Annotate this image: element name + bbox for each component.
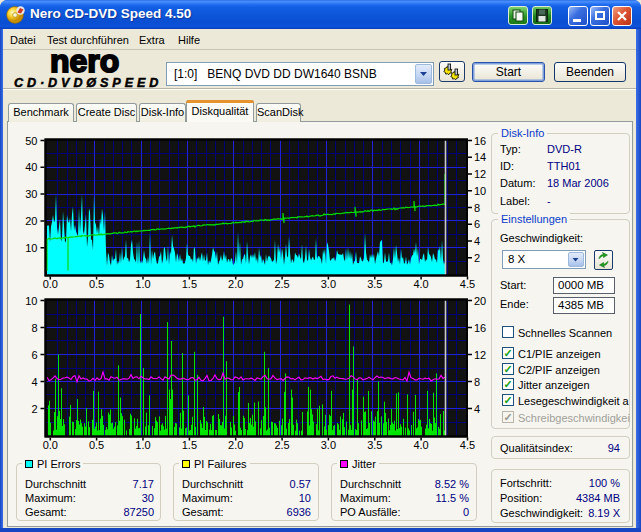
svg-text:3.0: 3.0 xyxy=(321,278,336,290)
svg-text:4: 4 xyxy=(474,403,480,415)
svg-text:20: 20 xyxy=(25,215,37,227)
svg-text:10: 10 xyxy=(474,185,486,197)
svg-text:40: 40 xyxy=(25,161,37,173)
svg-text:1.0: 1.0 xyxy=(135,439,150,451)
svg-text:3.5: 3.5 xyxy=(367,278,382,290)
svg-text:50: 50 xyxy=(25,135,37,147)
svg-text:8: 8 xyxy=(474,202,480,214)
svg-text:10: 10 xyxy=(25,295,37,307)
svg-text:8: 8 xyxy=(474,376,480,388)
svg-text:4: 4 xyxy=(31,376,37,388)
svg-text:30: 30 xyxy=(25,188,37,200)
svg-text:1.0: 1.0 xyxy=(135,278,150,290)
svg-text:14: 14 xyxy=(474,151,486,163)
svg-text:1.5: 1.5 xyxy=(182,278,197,290)
svg-text:8: 8 xyxy=(31,322,37,334)
svg-text:6: 6 xyxy=(474,218,480,230)
svg-text:3.0: 3.0 xyxy=(321,439,336,451)
svg-text:6: 6 xyxy=(31,349,37,361)
svg-text:0.5: 0.5 xyxy=(89,439,104,451)
svg-text:4: 4 xyxy=(474,235,480,247)
svg-text:0.5: 0.5 xyxy=(89,278,104,290)
svg-text:16: 16 xyxy=(474,322,486,334)
svg-text:4.0: 4.0 xyxy=(413,278,428,290)
svg-text:12: 12 xyxy=(474,349,486,361)
svg-text:4.5: 4.5 xyxy=(460,278,475,290)
svg-text:2.5: 2.5 xyxy=(274,278,289,290)
svg-text:2.0: 2.0 xyxy=(228,439,243,451)
svg-text:4.5: 4.5 xyxy=(460,439,475,451)
svg-text:2.5: 2.5 xyxy=(274,439,289,451)
svg-text:16: 16 xyxy=(474,135,486,147)
svg-text:10: 10 xyxy=(25,242,37,254)
svg-text:3.5: 3.5 xyxy=(367,439,382,451)
svg-text:4.0: 4.0 xyxy=(413,439,428,451)
svg-text:2: 2 xyxy=(474,252,480,264)
svg-text:2: 2 xyxy=(31,403,37,415)
svg-text:0.0: 0.0 xyxy=(43,278,58,290)
svg-text:2.0: 2.0 xyxy=(228,278,243,290)
svg-text:1.5: 1.5 xyxy=(182,439,197,451)
svg-text:0.0: 0.0 xyxy=(43,439,58,451)
svg-text:20: 20 xyxy=(474,295,486,307)
svg-text:12: 12 xyxy=(474,168,486,180)
